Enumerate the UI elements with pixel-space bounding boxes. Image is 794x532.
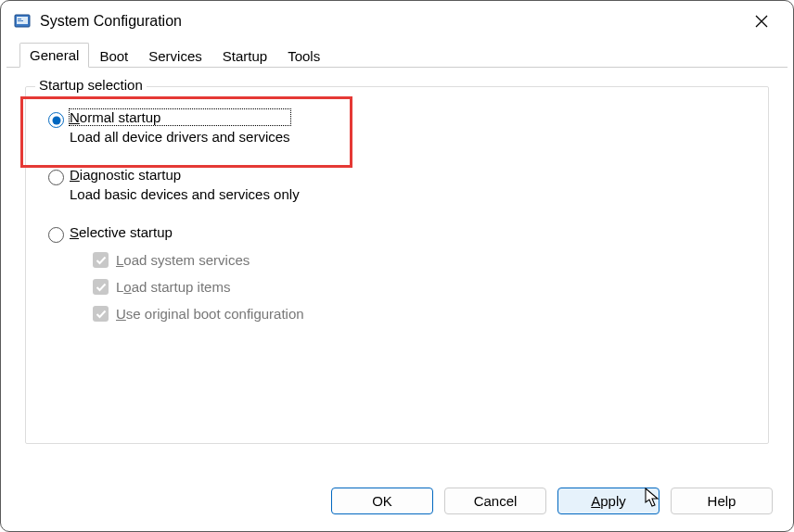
checkbox-load-system-services: Load system services [93,252,749,268]
svg-rect-2 [18,19,21,19]
titlebar: System Configuration [1,1,793,42]
app-icon [14,13,31,30]
checkbox-label: Load startup items [116,279,230,295]
radio-label-group: Diagnostic startup Load basic devices an… [70,167,300,202]
tab-startup[interactable]: Startup [212,44,277,68]
close-icon [755,15,768,28]
checkbox-label: Load system services [116,252,250,268]
window-title: System Configuration [40,13,743,30]
checkbox-icon [93,252,109,268]
radio-icon [48,112,64,128]
apply-button[interactable]: Apply [557,488,660,514]
checkbox-label: Use original boot configuration [116,306,304,322]
tab-strip: General Boot Services Startup Tools [6,42,788,68]
radio-desc-diagnostic: Load basic devices and services only [70,186,300,202]
selective-options: Load system services Load startup items … [93,252,749,322]
radio-normal-startup[interactable]: Normal startup Load all device drivers a… [45,109,749,145]
tab-general[interactable]: General [19,43,89,68]
radio-label-group: Normal startup Load all device drivers a… [70,109,290,145]
tab-content: Startup selection Normal startup Load al… [1,68,793,478]
checkbox-use-original-boot-config: Use original boot configuration [93,306,749,322]
group-label: Startup selection [35,77,147,93]
cancel-button[interactable]: Cancel [444,488,546,514]
radio-label-diagnostic: Diagnostic startup [70,167,300,183]
help-button[interactable]: Help [671,488,773,514]
checkbox-icon [93,306,109,322]
ok-button[interactable]: OK [331,488,433,514]
tab-tools[interactable]: Tools [277,44,330,68]
radio-label-selective: Selective startup [70,224,173,240]
checkbox-icon [93,279,109,295]
radio-desc-normal: Load all device drivers and services [70,129,290,145]
tab-services[interactable]: Services [138,44,212,68]
dialog-buttons: OK Cancel Apply Help [1,478,793,531]
startup-selection-group: Startup selection Normal startup Load al… [25,86,769,444]
close-button[interactable] [743,3,780,40]
radio-diagnostic-startup[interactable]: Diagnostic startup Load basic devices an… [45,167,749,202]
radio-label-normal: Normal startup [70,109,290,125]
tab-boot[interactable]: Boot [89,44,138,68]
radio-selective-startup[interactable]: Selective startup [45,224,749,243]
checkbox-load-startup-items: Load startup items [93,279,749,295]
svg-rect-3 [18,20,23,21]
radio-icon [48,170,64,185]
radio-icon [48,227,64,243]
msconfig-window: System Configuration General Boot Servic… [0,0,794,532]
radio-label-group: Selective startup [70,224,173,240]
